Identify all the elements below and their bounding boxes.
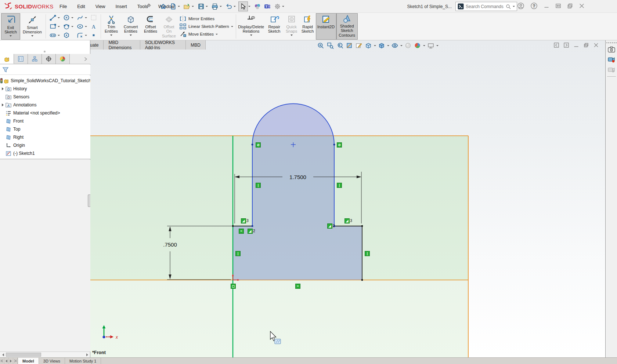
smart-dimension-button[interactable]: Smart Dimension bbox=[20, 13, 44, 40]
tree-root-item[interactable]: Simple_SolidWorksCAD_Tutorial_Sketching bbox=[0, 77, 90, 85]
rapid-sketch-button[interactable]: Rapid Sketch bbox=[300, 13, 316, 40]
scroll-left-button[interactable] bbox=[0, 352, 6, 357]
doc-restore-icon[interactable] bbox=[584, 43, 589, 49]
view-settings-caret[interactable] bbox=[436, 45, 439, 46]
sketch-fillet-tool[interactable] bbox=[75, 31, 89, 40]
tree-item-sketch1[interactable]: (-) Sketch1 bbox=[0, 149, 90, 157]
slot-tool[interactable] bbox=[48, 31, 61, 40]
view-settings-icon[interactable] bbox=[427, 41, 435, 50]
settings-caret[interactable] bbox=[282, 6, 284, 7]
corner-rectangle-tool[interactable] bbox=[48, 22, 61, 31]
select-tool-button[interactable] bbox=[238, 1, 248, 11]
tree-item-history[interactable]: History bbox=[0, 85, 90, 93]
3d-drawing-view-icon[interactable] bbox=[355, 41, 363, 50]
tree-item-material[interactable]: Material <not specified> bbox=[0, 109, 90, 117]
polygon-tool[interactable] bbox=[61, 31, 75, 40]
undo-caret[interactable] bbox=[234, 6, 236, 7]
propertymanager-tab[interactable] bbox=[14, 54, 28, 64]
graphics-area[interactable] bbox=[90, 40, 605, 357]
scrollbar-thumb[interactable] bbox=[6, 353, 41, 357]
menu-view[interactable]: View bbox=[90, 4, 111, 9]
save-icon[interactable] bbox=[196, 2, 205, 11]
smart-dimension-caret[interactable] bbox=[31, 35, 33, 37]
doc-minimize-icon[interactable] bbox=[574, 43, 579, 49]
instant2d-button[interactable]: Instant2D bbox=[316, 13, 336, 40]
undo-icon[interactable] bbox=[224, 2, 233, 11]
doc-tab-3d-views[interactable]: 3D Views bbox=[39, 358, 65, 364]
doc-close-icon[interactable] bbox=[593, 43, 599, 49]
exit-sketch-caret[interactable] bbox=[10, 35, 12, 37]
pane-left-icon[interactable] bbox=[554, 43, 559, 49]
tree-item-annotations[interactable]: A Annotations bbox=[0, 101, 90, 109]
apply-scene-caret[interactable] bbox=[423, 45, 425, 46]
ellipse-tool[interactable] bbox=[75, 22, 89, 31]
display-style-caret[interactable] bbox=[387, 45, 389, 46]
edit-appearance-icon[interactable] bbox=[404, 41, 412, 50]
settings-gear-icon[interactable] bbox=[273, 2, 282, 11]
user-account-icon[interactable] bbox=[517, 2, 524, 11]
screen-capture-icon[interactable] bbox=[606, 45, 617, 54]
expand-arrow-icon[interactable] bbox=[0, 103, 5, 106]
zoom-to-fit-icon[interactable] bbox=[317, 41, 325, 50]
doc-tab-motion-study[interactable]: Motion Study 1 bbox=[65, 358, 101, 364]
tab-scroll-last-icon[interactable] bbox=[13, 358, 18, 364]
shaded-sketch-contours-button[interactable]: Shaded Sketch Contours bbox=[336, 13, 358, 40]
rectangle-tool-caret[interactable] bbox=[58, 26, 60, 27]
tab-mbd-dimensions[interactable]: MBD Dimensions bbox=[104, 40, 140, 50]
linear-sketch-pattern-caret[interactable] bbox=[231, 26, 233, 27]
offset-entities-button[interactable]: Offset Entities bbox=[141, 13, 160, 40]
trim-entities-caret[interactable] bbox=[110, 34, 112, 36]
view-orientation-caret[interactable] bbox=[374, 45, 376, 46]
apply-scene-icon[interactable] bbox=[414, 41, 422, 50]
scroll-right-button[interactable] bbox=[84, 352, 90, 357]
dimxpertmanager-tab[interactable] bbox=[42, 54, 56, 64]
window-minimize-icon[interactable] bbox=[544, 3, 549, 10]
panel-splitter-handle[interactable] bbox=[44, 51, 46, 52]
zoom-to-area-icon[interactable] bbox=[326, 41, 334, 50]
tree-item-right-plane[interactable]: Right bbox=[0, 133, 90, 141]
tree-filter-row[interactable] bbox=[0, 65, 90, 75]
tab-mbd[interactable]: MBD bbox=[186, 40, 206, 50]
doc-tab-model[interactable]: Model bbox=[18, 358, 39, 364]
previous-view-icon[interactable] bbox=[336, 41, 344, 50]
color-swatches-icon[interactable] bbox=[253, 2, 262, 11]
spline-tool-caret[interactable] bbox=[85, 17, 87, 18]
move-entities-button[interactable]: Move Entities bbox=[179, 31, 233, 37]
expand-arrow-icon[interactable] bbox=[0, 87, 5, 90]
window-restore-icon[interactable] bbox=[567, 3, 573, 10]
new-document-caret[interactable] bbox=[178, 6, 180, 7]
slot-tool-caret[interactable] bbox=[58, 35, 60, 36]
tab-scroll-first-icon[interactable] bbox=[0, 358, 4, 364]
pane-right-icon[interactable] bbox=[564, 43, 569, 49]
pin-menu-icon[interactable] bbox=[145, 3, 151, 10]
configurationmanager-tab[interactable] bbox=[28, 54, 42, 64]
move-entities-caret[interactable] bbox=[216, 34, 218, 35]
menu-edit[interactable]: Edit bbox=[72, 4, 90, 9]
new-document-icon[interactable] bbox=[169, 2, 177, 11]
home-icon[interactable] bbox=[159, 2, 167, 11]
linear-sketch-pattern-button[interactable]: Linear Sketch Pattern bbox=[179, 23, 233, 30]
arc-tool-caret[interactable] bbox=[71, 26, 73, 27]
display-delete-relations-caret[interactable] bbox=[250, 34, 252, 36]
trim-entities-button[interactable]: Trim Entities bbox=[102, 13, 120, 40]
menu-insert[interactable]: Insert bbox=[111, 4, 132, 9]
help-icon[interactable]: ? bbox=[530, 2, 538, 11]
save-caret[interactable] bbox=[206, 6, 208, 7]
mirror-entities-button[interactable]: Mirror Entities bbox=[179, 15, 233, 22]
convert-entities-button[interactable]: Convert Entities bbox=[120, 13, 141, 40]
ellipse-tool-caret[interactable] bbox=[85, 26, 87, 27]
tree-item-sensors[interactable]: Sensors bbox=[0, 93, 90, 101]
search-magnifier-icon[interactable] bbox=[506, 4, 511, 9]
hide-show-items-icon[interactable] bbox=[391, 41, 399, 50]
display-style-icon[interactable] bbox=[378, 41, 386, 50]
featuremanager-tab[interactable] bbox=[0, 54, 14, 64]
select-tool-caret[interactable] bbox=[248, 6, 250, 7]
arc-tool[interactable] bbox=[61, 22, 75, 31]
line-tool-caret[interactable] bbox=[58, 17, 60, 18]
circle-tool[interactable] bbox=[61, 13, 75, 22]
panel-collapse-tab[interactable] bbox=[88, 194, 90, 207]
ms-teams-icon[interactable]: T bbox=[263, 2, 272, 11]
panel-horizontal-scrollbar[interactable] bbox=[0, 352, 90, 357]
displaymanager-tab[interactable] bbox=[56, 54, 70, 64]
repair-sketch-button[interactable]: Repair Sketch bbox=[265, 13, 284, 40]
